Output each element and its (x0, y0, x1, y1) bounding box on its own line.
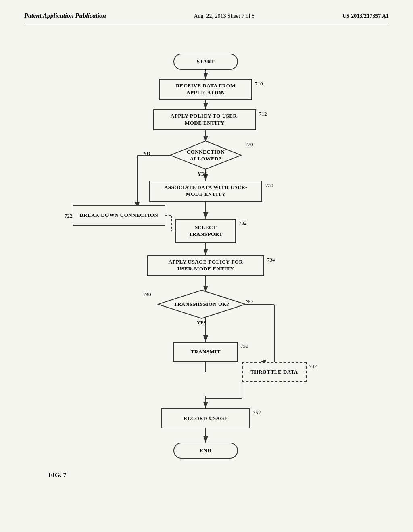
ref-722: 722 (65, 213, 73, 219)
no-label-720: NO (143, 151, 150, 157)
node-720: CONNECTIONALLOWED? (169, 140, 242, 170)
node-734: APPLY USAGE POLICY FORUSER-MODE ENTITY (147, 255, 264, 276)
yes-label-740: YES (197, 320, 206, 326)
page: Patent Application Publication Aug. 22, … (0, 0, 413, 532)
node-732: SELECTTRANSPORT (175, 219, 236, 243)
no-label-740: NO (246, 299, 253, 305)
header-center: Aug. 22, 2013 Sheet 7 of 8 (194, 13, 254, 19)
yes-label-720: YES (198, 171, 207, 177)
fig-label: FIG. 7 (48, 472, 66, 479)
node-752: RECORD USAGE (161, 408, 250, 428)
page-header: Patent Application Publication Aug. 22, … (24, 12, 389, 23)
ref-734: 734 (267, 257, 275, 263)
node-730: ASSOCIATE DATA WITH USER-MODE ENTITY (149, 181, 262, 202)
header-right: US 2013/217357 A1 (342, 13, 389, 19)
ref-732: 732 (239, 220, 247, 227)
ref-742: 742 (309, 363, 317, 370)
ref-712: 712 (259, 111, 267, 117)
header-left: Patent Application Publication (24, 12, 106, 19)
node-740: TRANSMISSION OK? (157, 289, 246, 320)
start-node: START (173, 54, 238, 70)
ref-740: 740 (143, 291, 151, 298)
end-node: END (173, 443, 238, 459)
ref-752: 752 (253, 409, 261, 416)
ref-710: 710 (255, 81, 263, 87)
ref-720: 720 (245, 141, 253, 148)
flowchart: START RECEIVE DATA FROMAPPLICATION 710 A… (24, 35, 389, 503)
node-750: TRANSMIT (173, 342, 238, 362)
ref-750: 750 (240, 343, 248, 349)
node-712: APPLY POLICY TO USER-MODE ENTITY (153, 109, 256, 130)
ref-730: 730 (265, 182, 273, 189)
node-742: THROTTLE DATA (242, 362, 307, 382)
node-722: BREAK DOWN CONNECTION (73, 205, 165, 226)
node-710: RECEIVE DATA FROMAPPLICATION (159, 79, 252, 100)
